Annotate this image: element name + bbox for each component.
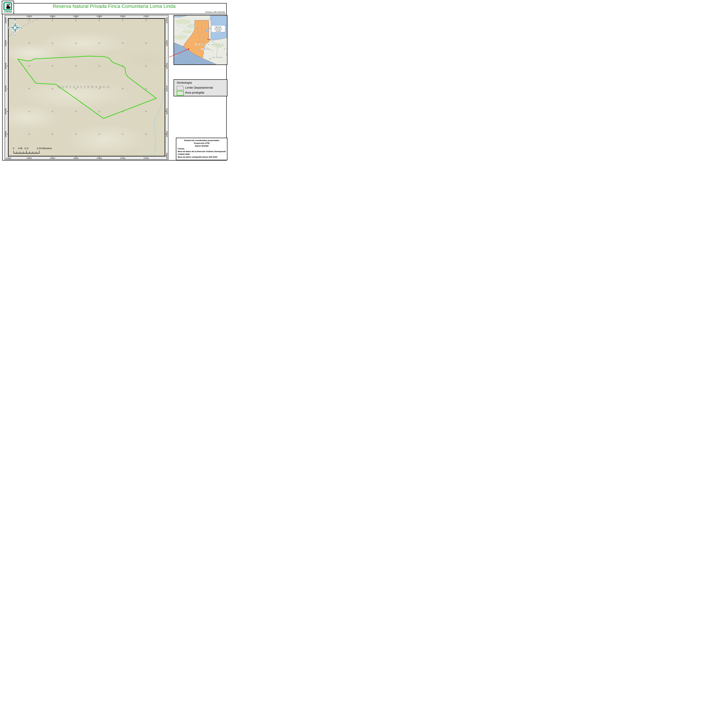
svg-text:territorial no: territorial no <box>214 28 222 30</box>
inset-map: Gu Hond B Diferendo territorial no resue… <box>173 15 227 65</box>
source-2: Base de datos cartografía básica IGN 201… <box>178 156 226 159</box>
logo-wordmark: CONAP <box>2 10 13 13</box>
page-title: Reserva Natural Privada Finca Comunitari… <box>0 3 228 9</box>
conap-logo: CONAP <box>2 1 14 14</box>
header-separator <box>3 14 226 14</box>
edge-city-dot <box>226 54 227 55</box>
crs-line-3: Datum WGS84 <box>178 144 226 147</box>
fuente-label: Fuente: <box>178 147 226 150</box>
sea-label-gu: Gu <box>225 24 227 26</box>
svg-text:Diferendo: Diferendo <box>215 26 221 28</box>
legend: Simbología Límite Departamental Área pro… <box>173 79 227 97</box>
compass-o: O <box>8 26 10 29</box>
map-document-page: Reserva Natural Privada Finca Comunitari… <box>0 0 228 162</box>
monkey-icon <box>4 3 11 9</box>
map-notes: Sistema de coordenadas proyectadas Proye… <box>176 138 227 160</box>
limite-swatch <box>176 86 183 90</box>
crs-line-2: Proyección GTM <box>178 142 226 144</box>
inset-canvas: Gu Hond B Diferendo territorial no resue… <box>174 16 227 65</box>
guatemala-city-dot <box>198 50 199 51</box>
belize-label: B <box>209 27 211 29</box>
compass-n: N <box>14 19 16 21</box>
source-1: Base de datos de la Dirección Análisis G… <box>178 150 226 156</box>
spot-height-label: 721 <box>174 55 177 57</box>
grid-crosses <box>28 19 147 135</box>
svg-text:resuelto: resuelto <box>216 30 221 32</box>
country-label: G u a t e m a l a <box>195 43 224 46</box>
city-label: Guatemala <box>201 48 209 50</box>
san-salvador-label: San Salvador <box>212 56 222 58</box>
department-label: QUETZALTENANGO <box>52 85 117 89</box>
crs-line-1: Sistema de coordenadas proyectadas <box>178 139 226 142</box>
honduras-label: H o <box>224 48 227 50</box>
dispute-callout: Diferendo territorial no resuelto <box>212 26 225 32</box>
compass-e: E <box>21 26 22 29</box>
legend-title: Simbología <box>176 81 192 84</box>
main-map: QUETZALTENANGO <box>8 18 165 156</box>
logo-green-frame <box>3 2 12 10</box>
compass-s: S <box>14 34 16 36</box>
compass-rose-icon: N E S O <box>8 19 22 36</box>
document-code: DAGeos-395-2026-BS <box>160 11 225 13</box>
san-salvador-dot <box>209 58 211 59</box>
area-swatch <box>176 91 184 96</box>
